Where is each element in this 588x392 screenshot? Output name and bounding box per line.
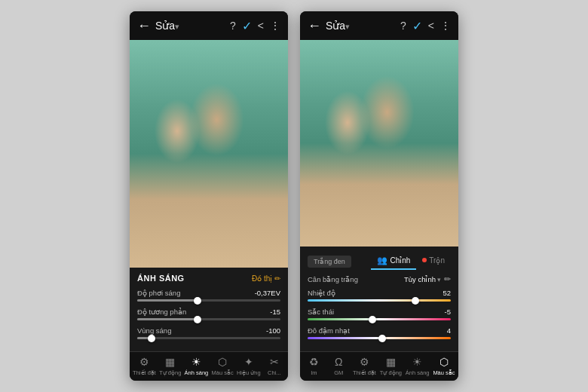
right-auto-label: Tự động <box>380 369 402 376</box>
exposure-value: -0,37EV <box>255 289 280 297</box>
auto-icon: ▦ <box>165 356 175 368</box>
contrast-slider-row: Độ tương phản -15 <box>137 308 280 320</box>
temperature-value: 52 <box>443 289 451 297</box>
check-icon[interactable]: ✓ <box>242 19 252 33</box>
left-tab-auto[interactable]: ▦ Tự động <box>159 356 181 376</box>
white-balance-dropdown[interactable]: Tùy chỉnh ▾ <box>404 275 441 283</box>
light-icon: ☀ <box>191 356 201 368</box>
left-photo <box>130 40 288 268</box>
contrast-track[interactable] <box>137 318 280 320</box>
contrast-label: Độ tương phản <box>137 308 186 316</box>
right-header: ← Sửa▾ ? ✓ < ⋮ <box>300 11 458 40</box>
left-tab-color[interactable]: ⬡ Màu sắc <box>212 356 234 376</box>
right-controls: Trắng đen 👥 Chỉnh Trộn Cân bằng tr <box>300 247 458 351</box>
right-tab-bar: ♻ Im Ω GM ⚙ Thiết đặt ▦ Tự động ☀ Ánh sá… <box>300 351 458 381</box>
shade-value: -5 <box>445 308 451 316</box>
gm-label: GM <box>334 369 343 376</box>
left-tab-settings[interactable]: ⚙ Thiết đặt <box>133 356 156 376</box>
wb-value: Tùy chỉnh <box>404 275 436 283</box>
left-section-title: ÁNH SÁNG <box>137 274 185 283</box>
tron-tab-icon: Trộn <box>422 256 445 265</box>
exposure-track[interactable] <box>137 299 280 302</box>
more-icon[interactable]: ⋮ <box>270 20 280 32</box>
share-icon[interactable]: < <box>258 20 264 32</box>
gm-icon: Ω <box>335 356 342 368</box>
highlights-track[interactable] <box>137 337 280 339</box>
highlights-slider-row: Vùng sáng -100 <box>137 326 280 339</box>
right-top-tabs-row: Trắng đen 👥 Chỉnh Trộn <box>308 253 451 270</box>
right-mode-tabs: 👥 Chỉnh Trộn <box>354 253 451 270</box>
wb-chevron: ▾ <box>437 276 441 283</box>
white-balance-row: Cân bằng trắng Tùy chỉnh ▾ ✏ <box>308 274 451 284</box>
left-tab-effects[interactable]: ✦ Hiệu ứng <box>237 356 261 376</box>
right-check-icon[interactable]: ✓ <box>412 19 422 33</box>
white-balance-label: Cân bằng trắng <box>308 275 358 283</box>
saturation-slider-row: Đô đậm nhạt 4 <box>308 326 451 339</box>
light-label: Ánh sáng <box>185 369 209 376</box>
crop-label: Chi... <box>268 369 281 376</box>
auto-label: Tự động <box>159 369 181 376</box>
right-tab-tron[interactable]: Trộn <box>416 253 451 270</box>
temperature-track[interactable] <box>308 299 451 302</box>
highlights-value: -100 <box>266 326 280 335</box>
left-tab-bar: ⚙ Thiết đặt ▦ Tự động ☀ Ánh sáng ⬡ Màu s… <box>130 351 288 381</box>
right-tab-light[interactable]: ☀ Ánh sáng <box>406 356 430 376</box>
right-tab-im[interactable]: ♻ Im <box>303 356 324 376</box>
right-light-icon: ☀ <box>412 356 422 368</box>
settings-label: Thiết đặt <box>133 369 156 376</box>
left-header-icons: ? ✓ < ⋮ <box>230 19 280 33</box>
right-title: Sửa▾ <box>326 20 396 32</box>
right-settings-label: Thiết đặt <box>353 369 376 376</box>
right-more-icon[interactable]: ⋮ <box>440 20 451 32</box>
shade-slider-row: Sắc thái -5 <box>308 308 451 320</box>
temperature-slider-row: Nhiệt độ 52 <box>308 289 451 302</box>
effects-label: Hiệu ứng <box>237 369 261 376</box>
right-tab-auto[interactable]: ▦ Tự động <box>380 356 402 376</box>
left-photo-area <box>130 40 288 268</box>
left-title: Sửa▾ <box>155 20 225 32</box>
left-section-link[interactable]: Đồ thị ✏ <box>252 274 280 283</box>
right-tab-chinh[interactable]: 👥 Chỉnh <box>371 253 416 270</box>
right-info-icon[interactable]: ? <box>400 20 406 32</box>
exposure-slider-row: Độ phơi sáng -0,37EV <box>137 289 280 302</box>
settings-icon: ⚙ <box>139 356 149 368</box>
right-tab-color[interactable]: ⬡ Màu sắc <box>433 356 455 376</box>
right-header-icons: ? ✓ < ⋮ <box>400 19 451 33</box>
right-back-button[interactable]: ← <box>308 18 321 34</box>
shade-label: Sắc thái <box>308 308 334 316</box>
crop-icon: ✂ <box>270 356 279 368</box>
left-panel: ← Sửa▾ ? ✓ < ⋮ ÁNH SÁNG Đồ thị ✏ Độ phơi… <box>130 11 288 381</box>
temperature-label: Nhiệt độ <box>308 289 335 297</box>
right-photo <box>300 40 458 247</box>
chinh-tab-icon: 👥 Chỉnh <box>377 256 410 265</box>
color-label: Màu sắc <box>212 369 234 376</box>
highlights-label: Vùng sáng <box>137 326 171 335</box>
left-tab-chi[interactable]: ✂ Chi... <box>264 356 285 376</box>
left-back-button[interactable]: ← <box>137 18 151 34</box>
right-color-label: Màu sắc <box>433 369 455 376</box>
left-tab-light[interactable]: ☀ Ánh sáng <box>185 356 209 376</box>
im-label: Im <box>311 369 317 376</box>
black-white-tab[interactable]: Trắng đen <box>308 256 351 268</box>
contrast-value: -15 <box>270 308 280 316</box>
right-share-icon[interactable]: < <box>428 20 434 32</box>
saturation-value: 4 <box>447 326 451 335</box>
right-auto-icon: ▦ <box>386 356 396 368</box>
right-panel: ← Sửa▾ ? ✓ < ⋮ Trắng đen 👥 Chỉnh <box>300 11 458 381</box>
effects-icon: ✦ <box>244 356 253 368</box>
saturation-label: Đô đậm nhạt <box>308 326 350 335</box>
right-color-icon: ⬡ <box>439 356 449 368</box>
right-tab-gm[interactable]: Ω GM <box>328 356 349 376</box>
shade-track[interactable] <box>308 318 451 320</box>
right-photo-area <box>300 40 458 247</box>
right-tab-settings[interactable]: ⚙ Thiết đặt <box>353 356 376 376</box>
saturation-track[interactable] <box>308 337 451 339</box>
exposure-label: Độ phơi sáng <box>137 289 180 297</box>
right-settings-icon: ⚙ <box>360 356 369 368</box>
left-section-header: ÁNH SÁNG Đồ thị ✏ <box>137 274 280 283</box>
im-icon: ♻ <box>309 356 319 368</box>
info-icon[interactable]: ? <box>230 20 236 32</box>
left-header: ← Sửa▾ ? ✓ < ⋮ <box>130 11 288 40</box>
wb-edit-icon[interactable]: ✏ <box>444 274 451 284</box>
left-controls: ÁNH SÁNG Đồ thị ✏ Độ phơi sáng -0,37EV Đ… <box>130 268 288 351</box>
